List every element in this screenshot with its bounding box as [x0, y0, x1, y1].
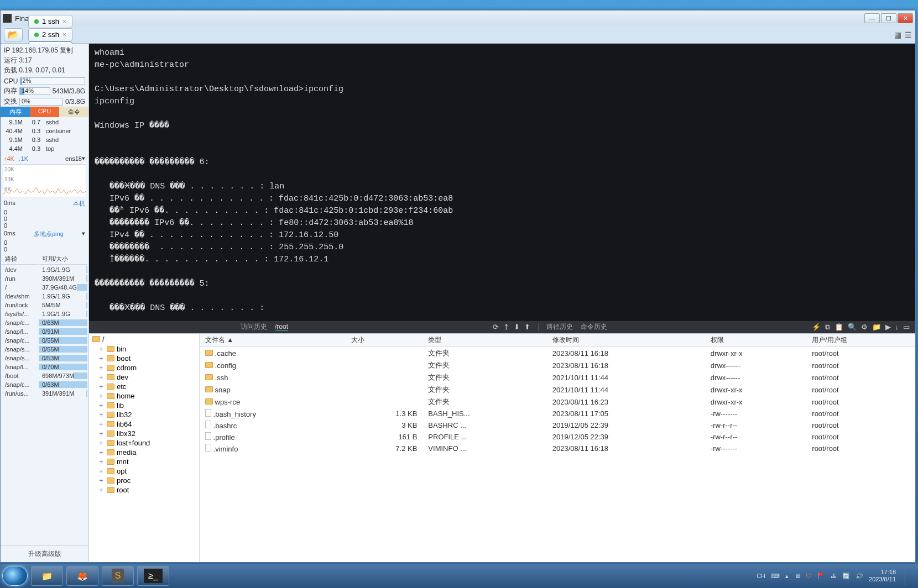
- session-tab[interactable]: 2 ssh×: [28, 28, 72, 41]
- start-button[interactable]: [2, 566, 28, 586]
- chevron-down-icon[interactable]: ▾: [82, 230, 85, 238]
- file-row[interactable]: .profile161 BPROFILE ...2019/12/05 22:39…: [200, 431, 915, 443]
- expand-icon[interactable]: +: [99, 345, 105, 353]
- tree-node[interactable]: +home: [99, 391, 199, 401]
- disk-row[interactable]: /run/us...391M/391M: [2, 390, 87, 397]
- upload-icon[interactable]: ⬆: [524, 323, 530, 331]
- net-iface[interactable]: ens18: [65, 155, 82, 162]
- disk-row[interactable]: /snap/c...0/55M: [2, 337, 87, 344]
- col-perm[interactable]: 权限: [705, 334, 806, 347]
- tree-node[interactable]: +root: [99, 485, 199, 495]
- disk-row[interactable]: /dev1.9G/1.9G: [2, 266, 87, 274]
- disk-row[interactable]: /sys/fs/...1.9G/1.9G: [2, 310, 87, 318]
- disk-row[interactable]: /snap/s...0/53M: [2, 354, 87, 362]
- tree-node[interactable]: +cdrom: [99, 363, 199, 372]
- disk-row[interactable]: /run390M/391M: [2, 275, 87, 282]
- process-row[interactable]: 4.4M0.3top: [2, 145, 87, 153]
- disk-row[interactable]: /37.9G/48.4G: [2, 284, 87, 291]
- close-tab-icon[interactable]: ×: [62, 18, 66, 25]
- tree-node[interactable]: +boot: [99, 354, 199, 363]
- maximize-button[interactable]: ☐: [881, 13, 896, 23]
- expand-icon[interactable]: +: [99, 467, 105, 475]
- task-terminal[interactable]: ≥_: [137, 566, 169, 586]
- ip-line[interactable]: IP 192.168.179.85 复制: [4, 45, 85, 55]
- expand-icon[interactable]: +: [99, 373, 105, 381]
- upgrade-link[interactable]: 升级高级版: [1, 545, 88, 562]
- expand-icon[interactable]: +: [99, 392, 105, 400]
- folder-tree[interactable]: / +bin+boot+cdrom+dev+etc+home+lib+lib32…: [89, 334, 200, 562]
- path-history-link[interactable]: 路径历史: [546, 322, 573, 332]
- monitor-icon[interactable]: 🖥: [794, 573, 800, 579]
- expand-icon[interactable]: +: [99, 486, 105, 494]
- play-icon[interactable]: ▶: [885, 323, 891, 332]
- disk-row[interactable]: /snap/c...0/63M: [2, 381, 87, 389]
- file-row[interactable]: .viminfo7.2 KBVIMINFO ...2023/08/11 16:1…: [200, 443, 915, 454]
- task-explorer[interactable]: 📁: [31, 566, 63, 586]
- tree-node[interactable]: +lib64: [99, 419, 199, 429]
- expand-icon[interactable]: +: [99, 411, 105, 419]
- col-mtime[interactable]: 修改时间: [547, 334, 705, 347]
- tree-node[interactable]: +mnt: [99, 457, 199, 466]
- expand-icon[interactable]: +: [99, 420, 105, 428]
- process-row[interactable]: 40.4M0.3container: [2, 127, 87, 135]
- current-path[interactable]: /root: [275, 323, 288, 331]
- arrow-down-icon[interactable]: ↓: [895, 323, 899, 332]
- file-list[interactable]: 文件名 ▲ 大小 类型 修改时间 权限 用户/用户组 .cache文件夹2023…: [200, 334, 915, 562]
- col-size[interactable]: 大小: [346, 334, 423, 347]
- expand-icon[interactable]: +: [99, 439, 105, 447]
- expand-icon[interactable]: +: [99, 364, 105, 372]
- disk-row[interactable]: /snap/s...0/55M: [2, 345, 87, 353]
- grid-view-icon[interactable]: ▦: [894, 30, 901, 39]
- tree-node[interactable]: +proc: [99, 476, 199, 485]
- refresh-icon[interactable]: ⟳: [493, 323, 499, 331]
- disk-row[interactable]: /boot698M/973M: [2, 372, 87, 380]
- tree-node[interactable]: +lib: [99, 401, 199, 410]
- chevron-down-icon[interactable]: ▾: [82, 155, 85, 162]
- bolt-icon[interactable]: ⚡: [812, 323, 821, 332]
- flag-icon[interactable]: 🚩: [817, 573, 825, 580]
- terminal[interactable]: whoami me-pc\administrator C:\Users\Admi…: [89, 44, 915, 320]
- file-row[interactable]: .bashrc3 KBBASHRC ...2019/12/05 22:39-rw…: [200, 419, 915, 431]
- close-button[interactable]: ✕: [898, 13, 913, 23]
- expand-icon[interactable]: +: [99, 382, 105, 391]
- ime-indicator[interactable]: CH: [757, 573, 765, 579]
- ping-multi-label[interactable]: 多地点ping: [34, 230, 64, 238]
- open-folder-button[interactable]: 📂: [4, 28, 23, 41]
- minimize-button[interactable]: —: [864, 13, 880, 23]
- tree-node[interactable]: +etc: [99, 382, 199, 391]
- title-bar[interactable]: FinalShell 2.9.8 — ☐ ✕: [1, 11, 915, 26]
- process-row[interactable]: 9.1M0.3sshd: [2, 136, 87, 144]
- expand-icon[interactable]: +: [99, 354, 105, 363]
- expand-icon[interactable]: +: [99, 429, 105, 438]
- keyboard-icon[interactable]: ⌨: [771, 573, 780, 580]
- tree-node[interactable]: +lib32: [99, 410, 199, 419]
- expand-icon[interactable]: +: [99, 476, 105, 485]
- tray-clock[interactable]: 17:18 2023/8/11: [869, 569, 896, 583]
- disk-row[interactable]: /snap/l...0/70M: [2, 363, 87, 371]
- file-row[interactable]: .bash_history1.3 KBBASH_HIS...2023/08/11…: [200, 408, 915, 419]
- disk-row[interactable]: /snap/c...0/63M: [2, 319, 87, 327]
- gear-icon[interactable]: ⚙: [861, 323, 868, 332]
- file-row[interactable]: snap文件夹2021/10/11 11:44drwxr-xr-xroot/ro…: [200, 384, 915, 396]
- disk-row[interactable]: /snap/l...0/91M: [2, 328, 87, 335]
- tree-root[interactable]: /: [89, 334, 199, 344]
- disk-row[interactable]: /run/lock5M/5M: [2, 301, 87, 309]
- file-row[interactable]: .config文件夹2023/08/11 16:18drwx------root…: [200, 359, 915, 371]
- task-sublime[interactable]: S: [102, 566, 134, 586]
- list-view-icon[interactable]: ☰: [905, 30, 912, 39]
- close-tab-icon[interactable]: ×: [62, 31, 66, 39]
- expand-icon[interactable]: +: [99, 448, 105, 456]
- session-tab[interactable]: 1 ssh×: [28, 15, 72, 28]
- file-row[interactable]: .cache文件夹2023/08/11 16:18drwxr-xr-xroot/…: [200, 347, 915, 360]
- file-row[interactable]: .ssh文件夹2021/10/11 11:44drwx------root/ro…: [200, 371, 915, 384]
- copy-icon[interactable]: ⧉: [825, 323, 830, 332]
- cmd-history-link[interactable]: 命令历史: [581, 322, 607, 332]
- shield-icon[interactable]: 🛡: [806, 573, 812, 579]
- sync-icon[interactable]: 🔄: [842, 573, 850, 580]
- tray-chevron-icon[interactable]: ▴: [785, 573, 789, 580]
- windows-taskbar[interactable]: 📁 🦊 S ≥_ CH ⌨ ▴ 🖥 🛡 🚩 🖧 🔄 🔊 17:18 2023/8…: [0, 564, 918, 588]
- up-icon[interactable]: ↥: [503, 323, 509, 331]
- visit-history-link[interactable]: 访问历史: [241, 322, 267, 332]
- tree-node[interactable]: +lost+found: [99, 438, 199, 448]
- process-row[interactable]: 9.1M0.7sshd: [2, 118, 87, 126]
